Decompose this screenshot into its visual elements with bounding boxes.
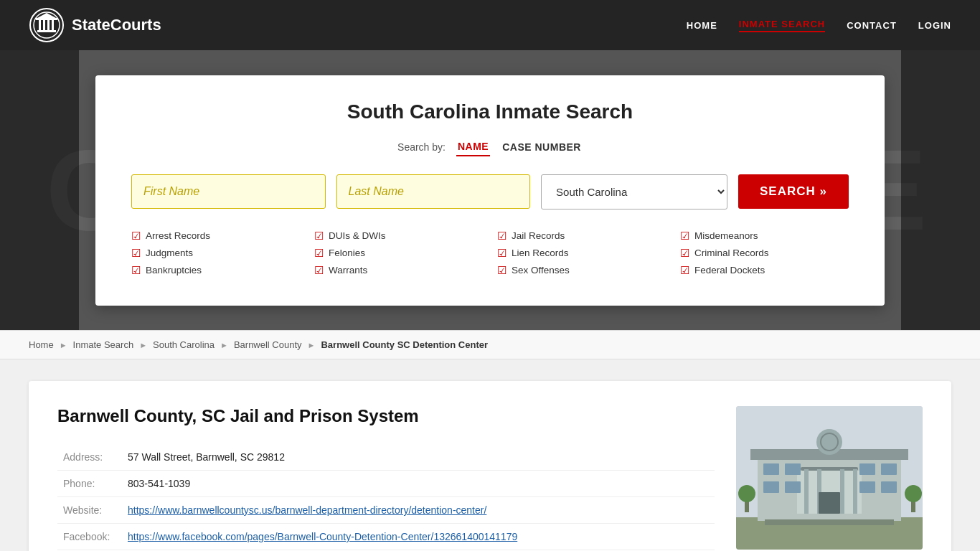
svg-rect-18 xyxy=(853,469,857,514)
breadcrumb-sep-1: ► xyxy=(60,341,67,349)
check-icon: ☑ xyxy=(131,247,141,260)
check-icon: ☑ xyxy=(680,247,689,260)
tab-case-number[interactable]: CASE NUMBER xyxy=(501,138,583,156)
website-link[interactable]: https://www.barnwellcountysc.us/barnwell… xyxy=(128,504,486,516)
svg-rect-27 xyxy=(819,492,840,514)
checkbox-label: Sex Offenses xyxy=(512,265,570,276)
checkbox-label: Lien Records xyxy=(512,248,569,258)
check-icon: ☑ xyxy=(131,230,141,242)
svg-rect-24 xyxy=(859,481,875,493)
breadcrumb-sep-2: ► xyxy=(139,341,147,349)
svg-point-32 xyxy=(738,485,755,502)
check-icon: ☑ xyxy=(497,247,507,260)
svg-rect-30 xyxy=(765,519,894,525)
hero-overlay-left xyxy=(0,50,79,330)
breadcrumb: Home ► Inmate Search ► South Carolina ► … xyxy=(0,330,980,359)
facebook-link[interactable]: https://www.facebook.com/pages/Barnwell-… xyxy=(128,531,517,542)
address-value: 57 Wall Street, Barnwell, SC 29812 xyxy=(122,444,715,471)
checkbox-label: Judgments xyxy=(146,248,193,258)
facebook-row: Facebook: https://www.facebook.com/pages… xyxy=(57,524,715,550)
facility-title: Barnwell County, SC Jail and Prison Syst… xyxy=(57,406,715,426)
search-button[interactable]: SEARCH » xyxy=(738,174,849,209)
svg-rect-23 xyxy=(859,463,875,475)
info-table: Address: 57 Wall Street, Barnwell, SC 29… xyxy=(57,444,715,550)
logo[interactable]: StateCourts xyxy=(29,7,161,43)
check-icon: ☑ xyxy=(497,264,507,277)
svg-rect-17 xyxy=(840,469,844,514)
breadcrumb-sep-3: ► xyxy=(220,341,228,349)
checkbox-arrest-records: ☑ Arrest Records xyxy=(131,230,300,242)
first-name-input[interactable] xyxy=(131,174,326,209)
search-card: South Carolina Inmate Search Search by: … xyxy=(95,75,885,306)
checkbox-bankruptcies: ☑ Bankruptcies xyxy=(131,264,300,277)
nav-home[interactable]: HOME xyxy=(687,20,717,31)
svg-rect-22 xyxy=(785,481,801,493)
nav-login[interactable]: LOGIN xyxy=(918,20,951,31)
breadcrumb-state[interactable]: South Carolina xyxy=(153,339,215,350)
svg-rect-7 xyxy=(36,18,57,20)
svg-point-34 xyxy=(905,485,922,502)
checkbox-label: Jail Records xyxy=(512,230,565,241)
checkbox-label: Warrants xyxy=(329,265,367,276)
breadcrumb-current: Barnwell County SC Detention Center xyxy=(321,339,488,350)
phone-label: Phone: xyxy=(57,471,122,497)
checkbox-label: Federal Dockets xyxy=(694,265,765,276)
checkbox-federal-dockets: ☑ Federal Dockets xyxy=(680,264,849,277)
svg-rect-6 xyxy=(37,30,56,32)
checkbox-criminal-records: ☑ Criminal Records xyxy=(680,247,849,260)
check-icon: ☑ xyxy=(314,230,324,242)
checkbox-label: Felonies xyxy=(329,248,365,258)
main-nav: HOME INMATE SEARCH CONTACT LOGIN xyxy=(687,19,951,32)
checkbox-duis-dwis: ☑ DUIs & DWIs xyxy=(314,230,483,242)
check-icon: ☑ xyxy=(314,247,324,260)
svg-rect-25 xyxy=(881,463,897,475)
breadcrumb-sep-4: ► xyxy=(308,341,316,349)
last-name-input[interactable] xyxy=(336,174,531,209)
search-by-label: Search by: xyxy=(397,141,446,153)
breadcrumb-inmate-search[interactable]: Inmate Search xyxy=(73,339,134,350)
hero-overlay-right xyxy=(901,50,980,330)
facility-image xyxy=(736,406,923,550)
checkbox-label: Misdemeanors xyxy=(694,230,758,241)
website-label: Website: xyxy=(57,497,122,524)
nav-contact[interactable]: CONTACT xyxy=(847,20,897,31)
svg-rect-3 xyxy=(43,20,45,30)
breadcrumb-home[interactable]: Home xyxy=(29,339,54,350)
content-card: Barnwell County, SC Jail and Prison Syst… xyxy=(29,381,951,551)
phone-row: Phone: 803-541-1039 xyxy=(57,471,715,497)
facebook-label: Facebook: xyxy=(57,524,122,550)
state-select[interactable]: South Carolina Alabama Alaska Arizona Ar… xyxy=(541,174,727,209)
logo-text: StateCourts xyxy=(72,16,161,34)
checkbox-label: Bankruptcies xyxy=(146,265,202,276)
hero-section: COURTHOUSE South Carolina Inmate Search … xyxy=(0,50,980,330)
nav-inmate-search[interactable]: INMATE SEARCH xyxy=(739,19,825,32)
breadcrumb-county[interactable]: Barnwell County xyxy=(234,339,302,350)
facility-info: Barnwell County, SC Jail and Prison Syst… xyxy=(57,406,715,550)
check-icon: ☑ xyxy=(131,264,141,277)
logo-icon xyxy=(29,7,65,43)
check-icon: ☑ xyxy=(680,264,689,277)
checkboxes-grid: ☑ Arrest Records ☑ DUIs & DWIs ☑ Jail Re… xyxy=(131,230,849,277)
checkbox-label: Criminal Records xyxy=(694,248,769,258)
svg-rect-15 xyxy=(804,469,809,514)
svg-rect-19 xyxy=(763,463,779,475)
search-by-row: Search by: NAME CASE NUMBER xyxy=(131,138,849,156)
checkbox-judgments: ☑ Judgments xyxy=(131,247,300,260)
building-illustration xyxy=(736,406,923,550)
checkbox-misdemeanors: ☑ Misdemeanors xyxy=(680,230,849,242)
svg-rect-2 xyxy=(39,20,41,30)
checkbox-sex-offenses: ☑ Sex Offenses xyxy=(497,264,666,277)
tab-name[interactable]: NAME xyxy=(456,138,490,156)
phone-value: 803-541-1039 xyxy=(122,471,715,497)
check-icon: ☑ xyxy=(497,230,507,242)
checkbox-felonies: ☑ Felonies xyxy=(314,247,483,260)
svg-rect-5 xyxy=(52,20,54,30)
header: StateCourts HOME INMATE SEARCH CONTACT L… xyxy=(0,0,980,50)
checkbox-warrants: ☑ Warrants xyxy=(314,264,483,277)
check-icon: ☑ xyxy=(680,230,689,242)
svg-rect-4 xyxy=(47,20,50,30)
check-icon: ☑ xyxy=(314,264,324,277)
search-card-title: South Carolina Inmate Search xyxy=(131,100,849,123)
search-inputs-row: South Carolina Alabama Alaska Arizona Ar… xyxy=(131,174,849,209)
checkbox-lien-records: ☑ Lien Records xyxy=(497,247,666,260)
